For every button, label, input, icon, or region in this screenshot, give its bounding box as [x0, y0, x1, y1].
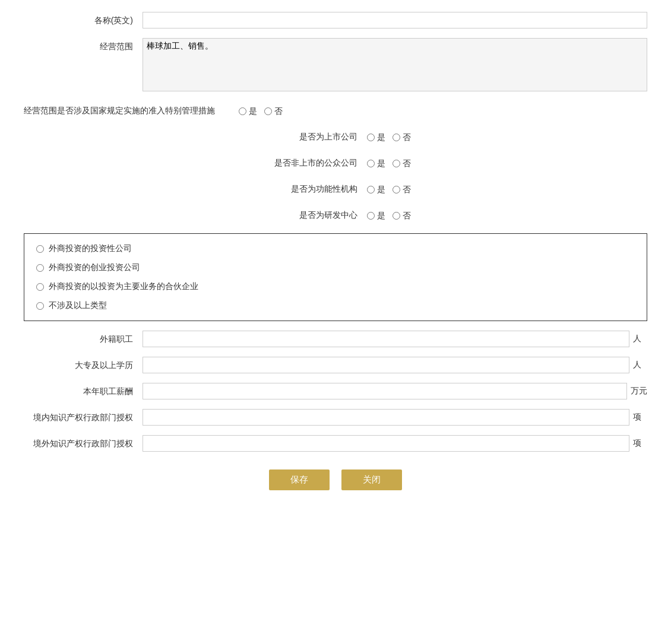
education-label: 大专及以上学历: [24, 357, 143, 373]
functional-institution-label: 是否为功能性机构: [260, 184, 367, 195]
partnership-item[interactable]: 外商投资的以投资为主要业务的合伙企业: [36, 281, 635, 292]
salary-unit: 万元: [631, 386, 647, 396]
rd-center-yes-radio[interactable]: [367, 212, 375, 220]
foreign-staff-input[interactable]: [143, 331, 629, 347]
name-en-input[interactable]: [143, 12, 647, 28]
venture-capital-item[interactable]: 外商投资的创业投资公司: [36, 262, 635, 273]
rd-center-label: 是否为研发中心: [260, 210, 367, 221]
rd-center-yes-label[interactable]: 是: [367, 207, 385, 224]
education-input[interactable]: [143, 357, 629, 373]
foreign-ip-label: 境外知识产权行政部门授权: [24, 435, 143, 452]
special-management-no-label[interactable]: 否: [264, 103, 283, 119]
domestic-ip-control: 项: [143, 409, 647, 426]
investment-company-radio[interactable]: [36, 245, 44, 253]
special-management-label: 经营范围是否涉及国家规定实施的准入特别管理措施: [24, 106, 224, 116]
not-applicable-item[interactable]: 不涉及以上类型: [36, 300, 635, 311]
listed-company-yes-label[interactable]: 是: [367, 129, 385, 145]
business-scope-label: 经营范围: [24, 38, 143, 55]
listed-company-no-radio[interactable]: [393, 134, 400, 141]
non-listed-no-radio[interactable]: [393, 160, 400, 167]
domestic-ip-input[interactable]: [143, 409, 629, 426]
salary-input[interactable]: [143, 383, 627, 399]
rd-center-no-label[interactable]: 否: [393, 207, 411, 224]
listed-company-no-label[interactable]: 否: [393, 129, 411, 145]
non-listed-no-label[interactable]: 否: [393, 155, 411, 172]
not-applicable-radio[interactable]: [36, 302, 44, 310]
functional-no-label[interactable]: 否: [393, 181, 411, 198]
investment-company-item[interactable]: 外商投资的投资性公司: [36, 243, 635, 254]
special-management-no-radio[interactable]: [264, 107, 272, 115]
partnership-label: 外商投资的以投资为主要业务的合伙企业: [49, 281, 198, 292]
domestic-ip-label: 境内知识产权行政部门授权: [24, 409, 143, 426]
functional-yes-label[interactable]: 是: [367, 181, 385, 198]
domestic-ip-unit: 项: [633, 412, 647, 423]
venture-capital-label: 外商投资的创业投资公司: [49, 262, 140, 273]
non-listed-yes-radio[interactable]: [367, 160, 375, 167]
foreign-staff-unit: 人: [633, 334, 647, 344]
functional-no-radio[interactable]: [393, 186, 400, 193]
business-scope-textarea[interactable]: 棒球加工、销售。: [143, 38, 647, 91]
foreign-staff-label: 外籍职工: [24, 331, 143, 347]
special-management-yes-radio[interactable]: [239, 107, 246, 115]
salary-label: 本年职工薪酬: [24, 383, 143, 399]
foreign-ip-unit: 项: [633, 438, 647, 449]
button-row: 保存 关闭: [24, 469, 647, 502]
special-management-yes-label[interactable]: 是: [239, 103, 257, 119]
foreign-staff-control: 人: [143, 331, 647, 347]
save-button[interactable]: 保存: [269, 469, 330, 490]
listed-company-yes-radio[interactable]: [367, 134, 375, 141]
not-applicable-label: 不涉及以上类型: [49, 300, 107, 311]
non-listed-yes-label[interactable]: 是: [367, 155, 385, 172]
education-unit: 人: [633, 360, 647, 370]
business-scope-control: 棒球加工、销售。: [143, 38, 647, 93]
investment-company-label: 外商投资的投资性公司: [49, 243, 132, 254]
partnership-radio[interactable]: [36, 283, 44, 291]
non-listed-public-label: 是否非上市的公众公司: [260, 158, 367, 169]
salary-control: 万元: [143, 383, 647, 399]
name-en-label: 各称(英文): [24, 12, 143, 28]
investment-type-box: 外商投资的投资性公司 外商投资的创业投资公司 外商投资的以投资为主要业务的合伙企…: [24, 233, 647, 321]
education-control: 人: [143, 357, 647, 373]
functional-yes-radio[interactable]: [367, 186, 375, 193]
foreign-ip-control: 项: [143, 435, 647, 452]
listed-company-label: 是否为上市公司: [260, 132, 367, 142]
rd-center-no-radio[interactable]: [393, 212, 400, 220]
foreign-ip-input[interactable]: [143, 435, 629, 452]
close-button[interactable]: 关闭: [341, 469, 402, 490]
name-en-control: [143, 12, 647, 28]
venture-capital-radio[interactable]: [36, 264, 44, 272]
